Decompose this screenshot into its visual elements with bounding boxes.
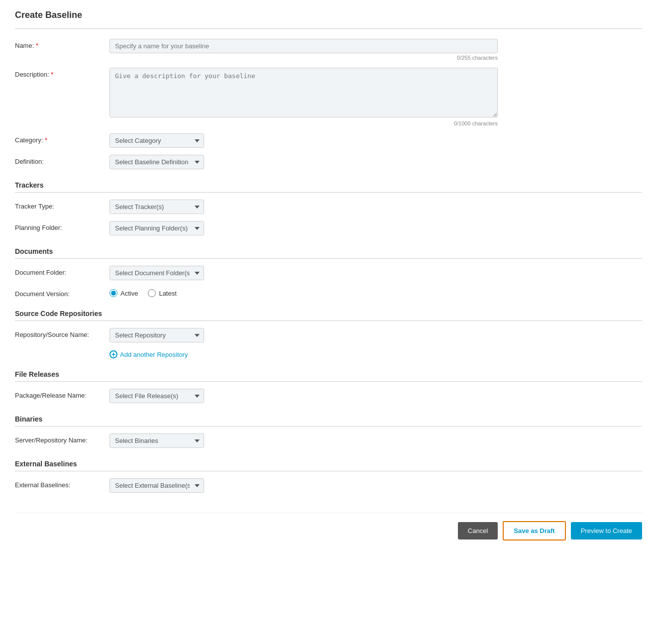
document-version-row: Document Version: Active Latest [15, 287, 642, 298]
repository-source-row: Repository/Source Name: Select Repositor… [15, 328, 642, 358]
tracker-type-row: Tracker Type: Select Tracker(s) [15, 200, 642, 214]
document-version-latest-label: Latest [159, 290, 176, 297]
name-required-indicator: * [36, 42, 38, 49]
trackers-section-header: Trackers [15, 176, 642, 193]
description-label: Description: * [15, 68, 110, 78]
document-folder-select[interactable]: Select Document Folder(s) [110, 266, 204, 280]
package-release-wrap: Select File Release(s) [110, 389, 642, 403]
repository-source-wrap: Select Repository + Add another Reposito… [110, 328, 642, 358]
tracker-type-label: Tracker Type: [15, 200, 110, 210]
document-folder-label: Document Folder: [15, 266, 110, 276]
file-releases-section-header: File Releases [15, 365, 642, 382]
planning-folder-wrap: Select Planning Folder(s) [110, 221, 642, 235]
server-repository-label: Server/Repository Name: [15, 433, 110, 444]
page-title: Create Baseline [15, 10, 642, 20]
external-baselines-select[interactable]: Select External Baseline(s) [110, 478, 204, 493]
name-input[interactable] [110, 39, 498, 53]
source-code-section-header: Source Code Repositories [15, 305, 642, 321]
preview-to-create-button[interactable]: Preview to Create [571, 522, 642, 539]
add-another-repository-link[interactable]: + Add another Repository [110, 350, 188, 358]
definition-select[interactable]: Select Baseline Definition [110, 155, 204, 169]
top-divider [15, 28, 642, 29]
planning-folder-row: Planning Folder: Select Planning Folder(… [15, 221, 642, 235]
repository-select[interactable]: Select Repository [110, 328, 204, 342]
document-version-latest-option[interactable]: Latest [148, 289, 176, 297]
document-folder-row: Document Folder: Select Document Folder(… [15, 266, 642, 280]
name-label: Name: * [15, 39, 110, 49]
category-label: Category: * [15, 133, 110, 144]
tracker-type-select[interactable]: Select Tracker(s) [110, 200, 204, 214]
repository-source-label: Repository/Source Name: [15, 328, 110, 338]
document-version-active-label: Active [120, 290, 138, 297]
name-field-wrap: 0/255 characters [110, 39, 642, 61]
server-repository-row: Server/Repository Name: Select Binaries [15, 433, 642, 448]
description-field-wrap: 0/1000 characters [110, 68, 642, 126]
cancel-button[interactable]: Cancel [458, 522, 498, 539]
add-another-repository-label: Add another Repository [120, 351, 188, 358]
document-version-label: Document Version: [15, 287, 110, 298]
description-row: Description: * 0/1000 characters [15, 68, 642, 126]
external-baselines-wrap: Select External Baseline(s) [110, 478, 642, 493]
external-baselines-row: External Baselines: Select External Base… [15, 478, 642, 493]
definition-label: Definition: [15, 155, 110, 165]
planning-folder-label: Planning Folder: [15, 221, 110, 231]
footer-bar: Cancel Save as Draft Preview to Create [15, 513, 642, 540]
category-required-indicator: * [45, 136, 47, 144]
package-release-label: Package/Release Name: [15, 389, 110, 399]
definition-field-wrap: Select Baseline Definition [110, 155, 642, 169]
description-char-count: 0/1000 characters [110, 120, 498, 126]
package-release-row: Package/Release Name: Select File Releas… [15, 389, 642, 403]
tracker-type-wrap: Select Tracker(s) [110, 200, 642, 214]
document-version-wrap: Active Latest [110, 287, 642, 297]
file-release-select[interactable]: Select File Release(s) [110, 389, 204, 403]
external-baselines-section-header: External Baselines [15, 455, 642, 471]
description-required-indicator: * [51, 71, 53, 78]
category-row: Category: * Select Category [15, 133, 642, 148]
document-version-latest-radio[interactable] [148, 289, 156, 297]
document-version-active-radio[interactable] [110, 289, 117, 297]
binaries-section-header: Binaries [15, 410, 642, 427]
server-repository-wrap: Select Binaries [110, 433, 642, 448]
document-version-radio-group: Active Latest [110, 287, 642, 297]
plus-circle-icon: + [110, 350, 117, 358]
documents-section-header: Documents [15, 242, 642, 259]
definition-row: Definition: Select Baseline Definition [15, 155, 642, 169]
save-draft-button[interactable]: Save as Draft [503, 521, 565, 540]
external-baselines-label: External Baselines: [15, 478, 110, 489]
planning-folder-select[interactable]: Select Planning Folder(s) [110, 221, 204, 235]
category-field-wrap: Select Category [110, 133, 642, 148]
binaries-select[interactable]: Select Binaries [110, 433, 204, 448]
document-folder-wrap: Select Document Folder(s) [110, 266, 642, 280]
document-version-active-option[interactable]: Active [110, 289, 138, 297]
description-textarea[interactable] [110, 68, 498, 117]
category-select[interactable]: Select Category [110, 133, 204, 148]
name-char-count: 0/255 characters [110, 55, 498, 61]
name-row: Name: * 0/255 characters [15, 39, 642, 61]
